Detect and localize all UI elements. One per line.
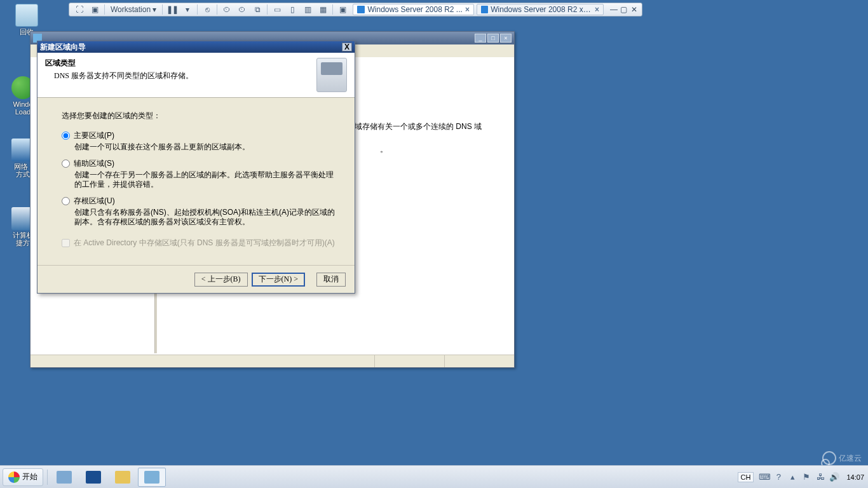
wizard-heading: 区域类型 xyxy=(45,58,316,69)
layout-icon-2[interactable]: ▯ xyxy=(286,4,299,15)
stub-zone-desc: 创建只含有名称服务器(NS)、起始授权机构(SOA)和粘连主机(A)记录的区域的… xyxy=(74,208,337,227)
wizard-titlebar[interactable]: 新建区域向导 X xyxy=(37,41,355,53)
explorer-task[interactable] xyxy=(109,468,137,487)
stub-zone-radio[interactable] xyxy=(62,197,70,205)
view-icon[interactable]: ▣ xyxy=(88,4,101,15)
usb-icon[interactable]: ⎋ xyxy=(201,4,214,15)
start-orb-icon xyxy=(8,471,20,483)
close-icon[interactable]: ✕ xyxy=(629,5,639,14)
dns-background-text: 域存储有关一个或多个连续的 DNS 域。 xyxy=(355,121,482,155)
secondary-zone-option[interactable]: 辅助区域(S) xyxy=(62,158,337,169)
taskbar: 开始 CH ⌨ ? ▴ ⚑ 🖧 🔊 14:07 xyxy=(0,465,868,488)
help-icon[interactable]: ? xyxy=(773,472,783,482)
dns-statusbar xyxy=(31,355,514,367)
wizard-buttons: < 上一步(B) 下一步(N) > 取消 xyxy=(37,265,355,293)
windows-icon xyxy=(357,6,365,13)
pause-icon[interactable]: ❚❚ xyxy=(166,4,179,15)
vm-tab-1-label: Windows Server 2008 R2 ... xyxy=(367,5,462,14)
dns-manager-icon xyxy=(144,471,159,484)
maximize-icon[interactable]: □ xyxy=(487,34,499,43)
secondary-zone-desc: 创建一个存在于另一个服务器上的区域的副本。此选项帮助主服务器平衡处理的工作量，并… xyxy=(74,170,337,189)
language-indicator[interactable]: CH xyxy=(738,472,754,482)
start-label: 开始 xyxy=(22,471,37,482)
next-button[interactable]: 下一步(N) > xyxy=(252,273,305,287)
snapshot-icon[interactable]: ⏲ xyxy=(220,4,233,15)
minimize-icon[interactable]: _ xyxy=(475,34,486,43)
vm-window-controls: — ▢ ✕ xyxy=(609,5,639,14)
wizard-title: 新建区域向导 xyxy=(40,42,342,53)
clock[interactable]: 14:07 xyxy=(846,473,864,481)
sound-icon[interactable]: 🔊 xyxy=(829,472,839,482)
stub-zone-option[interactable]: 存根区域(U) xyxy=(62,196,337,207)
layout-icon-4[interactable]: ▦ xyxy=(316,4,329,15)
vmware-toolbar: ⛶ ▣ Workstation ▾ ❚❚ ▾ ⎋ ⏲ ⏲ ⧉ ▭ ▯ ▥ ▦ ▣… xyxy=(69,3,642,17)
watermark: 亿速云 xyxy=(822,451,862,465)
maximize-icon[interactable]: ▢ xyxy=(619,5,629,14)
start-button[interactable]: 开始 xyxy=(3,468,43,486)
server-manager-icon xyxy=(57,471,72,484)
minimize-icon[interactable]: — xyxy=(609,5,619,14)
tray-chevron-icon[interactable]: ▴ xyxy=(787,472,797,482)
secondary-zone-radio[interactable] xyxy=(62,159,70,168)
new-zone-wizard-dialog: 新建区域向导 X 区域类型 DNS 服务器支持不同类型的区域和存储。 选择您要创… xyxy=(37,41,355,294)
powershell-icon xyxy=(86,471,101,484)
server-manager-task[interactable] xyxy=(50,468,78,487)
layout-icon-1[interactable]: ▭ xyxy=(271,4,283,15)
watermark-logo-icon xyxy=(822,451,836,465)
close-icon[interactable]: × xyxy=(500,34,512,43)
snapshot-icon-2[interactable]: ⏲ xyxy=(236,4,248,15)
vm-tab-1[interactable]: Windows Server 2008 R2 ... × xyxy=(353,4,473,15)
store-in-ad-option: 在 Active Directory 中存储区域(只有 DNS 服务器是可写域控… xyxy=(62,238,337,247)
quicklaunch xyxy=(49,468,166,487)
secondary-zone-label: 辅助区域(S) xyxy=(74,158,114,169)
zone-type-prompt: 选择您要创建的区域的类型： xyxy=(62,111,337,121)
wizard-subheading: DNS 服务器支持不同类型的区域和存储。 xyxy=(54,71,316,81)
store-in-ad-checkbox xyxy=(62,239,70,247)
keyboard-icon[interactable]: ⌨ xyxy=(759,472,770,482)
flag-icon[interactable]: ⚑ xyxy=(801,472,811,482)
snapshot-manage-icon[interactable]: ⧉ xyxy=(251,4,264,15)
primary-zone-desc: 创建一个可以直接在这个服务器上更新的区域副本。 xyxy=(74,142,337,152)
primary-zone-radio[interactable] xyxy=(62,132,70,140)
close-icon[interactable]: × xyxy=(595,5,599,14)
wizard-content: 选择您要创建的区域的类型： 主要区域(P) 创建一个可以直接在这个服务器上更新的… xyxy=(37,98,355,265)
dns-manager-task[interactable] xyxy=(138,468,166,487)
vm-tab-2-label: Windows Server 2008 R2 x64... xyxy=(491,5,592,14)
layout-icon-3[interactable]: ▥ xyxy=(301,4,314,15)
powershell-task[interactable] xyxy=(79,468,107,487)
explorer-icon xyxy=(115,471,130,484)
workstation-menu[interactable]: Workstation ▾ xyxy=(107,5,160,14)
network-tray-icon[interactable]: 🖧 xyxy=(815,472,825,482)
primary-zone-label: 主要区域(P) xyxy=(74,130,114,141)
fullscreen-icon[interactable]: ⛶ xyxy=(73,4,86,15)
close-icon[interactable]: X xyxy=(342,43,352,51)
primary-zone-option[interactable]: 主要区域(P) xyxy=(62,130,337,141)
vm-tab-2[interactable]: Windows Server 2008 R2 x64... × xyxy=(477,4,604,15)
store-in-ad-label: 在 Active Directory 中存储区域(只有 DNS 服务器是可写域控… xyxy=(74,238,335,247)
pause-menu-icon[interactable]: ▾ xyxy=(181,4,194,15)
close-icon[interactable]: × xyxy=(465,5,470,14)
watermark-text: 亿速云 xyxy=(839,453,862,464)
wizard-header: 区域类型 DNS 服务器支持不同类型的区域和存储。 xyxy=(37,53,355,98)
windows-icon xyxy=(481,6,488,13)
trash-icon xyxy=(15,4,38,27)
cancel-button[interactable]: 取消 xyxy=(316,273,346,287)
server-icon xyxy=(316,58,347,92)
back-button[interactable]: < 上一步(B) xyxy=(194,273,248,287)
stub-zone-label: 存根区域(U) xyxy=(74,196,115,207)
unity-icon[interactable]: ▣ xyxy=(336,4,349,15)
system-tray: CH ⌨ ? ▴ ⚑ 🖧 🔊 14:07 xyxy=(734,466,868,488)
